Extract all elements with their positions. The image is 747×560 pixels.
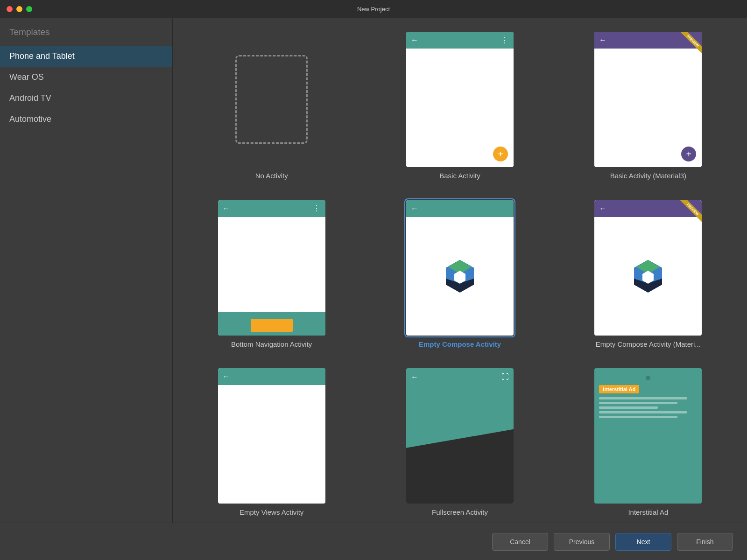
content-area: No Activity ← ⋮ + Basic Activity xyxy=(173,18,747,523)
template-preview-empty-views: ← xyxy=(218,368,325,504)
finish-button[interactable]: Finish xyxy=(677,533,733,551)
interstitial-ad-badge: Interstitial Ad xyxy=(599,385,639,393)
sidebar-item-automotive[interactable]: Automotive xyxy=(0,109,172,130)
sidebar-item-android-tv[interactable]: Android TV xyxy=(0,88,172,109)
interstitial-dot xyxy=(646,376,650,380)
template-label-empty-compose: Empty Compose Activity xyxy=(419,340,501,348)
template-empty-views[interactable]: ← Empty Views Activity xyxy=(187,368,356,523)
template-preview-no-activity xyxy=(218,32,325,167)
previous-button[interactable]: Previous xyxy=(554,533,610,551)
template-empty-compose-material[interactable]: ← Empty Compose Activity xyxy=(564,200,733,355)
minimize-button[interactable] xyxy=(16,6,22,12)
phone-topbar: ← ⋮ xyxy=(406,32,514,49)
template-preview-basic-activity: ← ⋮ + xyxy=(406,32,514,167)
template-preview-interstitial-ad: Interstitial Ad xyxy=(594,368,702,504)
template-label-basic-activity: Basic Activity xyxy=(439,172,480,180)
template-basic-activity[interactable]: ← ⋮ + Basic Activity xyxy=(375,32,544,186)
template-label-bottom-nav: Bottom Navigation Activity xyxy=(231,340,312,348)
compose-logo-material xyxy=(629,258,667,295)
sidebar-item-wear-os[interactable]: Wear OS xyxy=(0,67,172,88)
next-button[interactable]: Next xyxy=(615,533,671,551)
bottom-bar: Cancel Previous Next Finish xyxy=(0,523,747,560)
template-preview-basic-material3: ← ⋮ + xyxy=(594,32,702,167)
template-interstitial-ad[interactable]: Interstitial Ad Interstitial Ad xyxy=(564,368,733,523)
template-fullscreen[interactable]: ← ⛶ Fullscreen Activity xyxy=(375,368,544,523)
template-label-no-activity: No Activity xyxy=(255,172,288,180)
template-empty-compose[interactable]: ← xyxy=(375,200,544,355)
templates-grid: No Activity ← ⋮ + Basic Activity xyxy=(187,32,733,523)
cancel-button[interactable]: Cancel xyxy=(492,533,548,551)
template-label-empty-views: Empty Views Activity xyxy=(240,508,303,516)
template-preview-empty-compose-material: ← xyxy=(594,200,702,336)
preview-badge xyxy=(678,32,702,55)
template-no-activity[interactable]: No Activity xyxy=(187,32,356,186)
template-basic-activity-material3[interactable]: ← ⋮ + Basic Activity (Material3) xyxy=(564,32,733,186)
sidebar: Templates Phone and Tablet Wear OS Andro… xyxy=(0,18,173,523)
fab-button-material3: + xyxy=(681,147,696,161)
bottom-nav-bar xyxy=(218,312,325,336)
template-preview-fullscreen: ← ⛶ xyxy=(406,368,514,504)
titlebar: New Project xyxy=(0,0,747,18)
template-preview-bottom-nav: ← ⋮ xyxy=(218,200,325,336)
template-bottom-nav[interactable]: ← ⋮ Bottom Navigation Activity xyxy=(187,200,356,355)
fab-button: + xyxy=(493,147,508,161)
interstitial-lines xyxy=(599,397,697,418)
main-content: Templates Phone and Tablet Wear OS Andro… xyxy=(0,18,747,523)
preview-badge-material xyxy=(678,200,702,224)
template-preview-empty-compose: ← xyxy=(406,200,514,336)
template-label-empty-compose-material: Empty Compose Activity (Materi... xyxy=(596,340,701,348)
compose-logo xyxy=(441,258,479,295)
sidebar-item-phone-tablet[interactable]: Phone and Tablet xyxy=(0,46,172,67)
maximize-button[interactable] xyxy=(26,6,32,12)
window-title: New Project xyxy=(357,6,390,13)
close-button[interactable] xyxy=(7,6,13,12)
template-label-basic-material3: Basic Activity (Material3) xyxy=(610,172,686,180)
sidebar-header: Templates xyxy=(0,27,172,46)
traffic-lights xyxy=(7,6,32,12)
template-label-interstitial-ad: Interstitial Ad xyxy=(628,508,668,516)
template-label-fullscreen: Fullscreen Activity xyxy=(432,508,488,516)
